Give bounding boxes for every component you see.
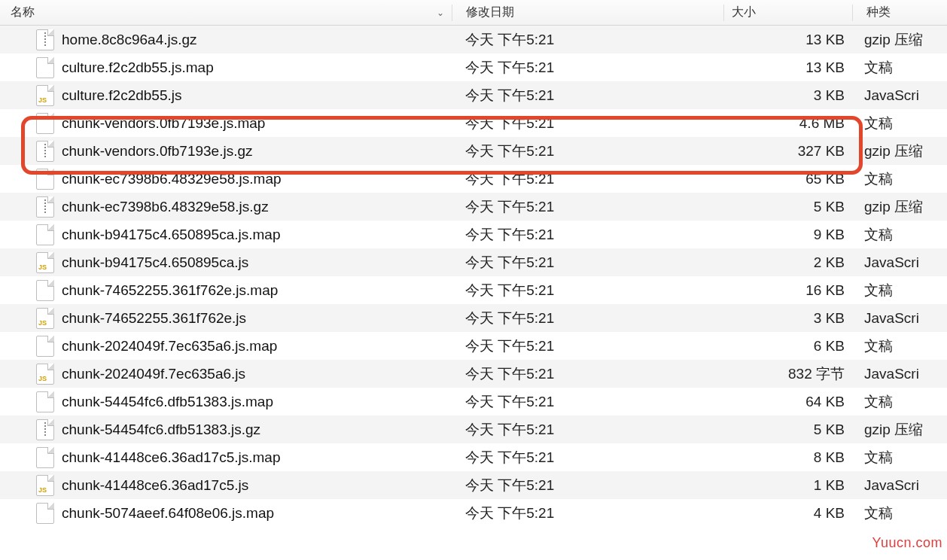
file-date-cell: 今天 下午5:21 (452, 58, 723, 78)
file-row[interactable]: chunk-b94175c4.650895ca.js今天 下午5:212 KBJ… (0, 248, 947, 276)
file-row[interactable]: chunk-54454fc6.dfb51383.js.gz今天 下午5:215 … (0, 415, 947, 443)
file-row[interactable]: chunk-74652255.361f762e.js今天 下午5:213 KBJ… (0, 304, 947, 332)
file-row[interactable]: chunk-2024049f.7ec635a6.js.map今天 下午5:216… (0, 332, 947, 360)
file-row[interactable]: chunk-41448ce6.36ad17c5.js今天 下午5:211 KBJ… (0, 471, 947, 499)
file-name-cell: culture.f2c2db55.js (0, 85, 452, 106)
column-header-name-label: 名称 (11, 5, 35, 20)
file-name-cell: chunk-2024049f.7ec635a6.js (0, 364, 452, 385)
file-name-label: chunk-vendors.0fb7193e.js.gz (62, 143, 253, 160)
file-name-cell: chunk-vendors.0fb7193e.js.map (0, 113, 452, 134)
watermark-text: Yuucn.com (872, 535, 942, 551)
file-size-cell: 3 KB (723, 310, 851, 327)
file-name-label: culture.f2c2db55.js (62, 87, 182, 104)
file-name-cell: chunk-41448ce6.36ad17c5.js (0, 475, 452, 496)
file-date-cell: 今天 下午5:21 (452, 309, 723, 328)
file-name-cell: chunk-2024049f.7ec635a6.js.map (0, 336, 452, 357)
file-name-cell: chunk-b94175c4.650895ca.js.map (0, 224, 452, 245)
file-kind-cell: gzip 压缩 (851, 142, 947, 161)
file-name-cell: chunk-5074aeef.64f08e06.js.map (0, 503, 452, 524)
file-date-cell: 今天 下午5:21 (452, 281, 723, 300)
file-kind-cell: 文稿 (851, 169, 947, 189)
file-name-cell: chunk-74652255.361f762e.js (0, 308, 452, 329)
file-kind-cell: JavaScri (851, 366, 947, 382)
file-name-label: chunk-74652255.361f762e.js (62, 310, 246, 327)
file-date-cell: 今天 下午5:21 (452, 142, 723, 161)
file-name-cell: chunk-54454fc6.dfb51383.js.map (0, 391, 452, 412)
document-file-icon (36, 280, 54, 301)
file-kind-cell: 文稿 (851, 281, 947, 300)
file-row[interactable]: culture.f2c2db55.js今天 下午5:213 KBJavaScri (0, 81, 947, 109)
file-kind-cell: JavaScri (851, 87, 947, 104)
file-date-cell: 今天 下午5:21 (452, 225, 723, 245)
file-name-label: chunk-54454fc6.dfb51383.js.map (62, 394, 273, 410)
column-header-name[interactable]: 名称 ⌄ (0, 5, 452, 20)
file-row[interactable]: chunk-5074aeef.64f08e06.js.map今天 下午5:214… (0, 499, 947, 527)
file-row[interactable]: chunk-54454fc6.dfb51383.js.map今天 下午5:216… (0, 388, 947, 415)
file-kind-cell: 文稿 (851, 336, 947, 356)
file-name-label: chunk-41448ce6.36ad17c5.js.map (62, 449, 280, 466)
file-row[interactable]: chunk-vendors.0fb7193e.js.map今天 下午5:214.… (0, 109, 947, 137)
file-size-cell: 4 KB (723, 505, 851, 522)
file-date-cell: 今天 下午5:21 (452, 197, 723, 217)
file-date-cell: 今天 下午5:21 (452, 114, 723, 133)
file-kind-cell: 文稿 (851, 448, 947, 467)
document-file-icon (36, 336, 54, 357)
file-name-label: home.8c8c96a4.js.gz (62, 32, 197, 48)
file-rows-container: home.8c8c96a4.js.gz今天 下午5:2113 KBgzip 压缩… (0, 26, 947, 527)
file-size-cell: 9 KB (723, 227, 851, 243)
file-name-label: chunk-54454fc6.dfb51383.js.gz (62, 422, 260, 438)
file-name-cell: chunk-74652255.361f762e.js.map (0, 280, 452, 301)
file-row[interactable]: chunk-b94175c4.650895ca.js.map今天 下午5:219… (0, 221, 947, 248)
file-kind-cell: 文稿 (851, 504, 947, 523)
js-file-icon (36, 475, 54, 496)
sort-indicator-icon: ⌄ (437, 8, 444, 18)
file-row[interactable]: chunk-ec7398b6.48329e58.js.map今天 下午5:216… (0, 165, 947, 193)
file-date-cell: 今天 下午5:21 (452, 86, 723, 105)
file-size-cell: 65 KB (723, 171, 851, 187)
file-name-cell: chunk-54454fc6.dfb51383.js.gz (0, 419, 452, 440)
file-row[interactable]: chunk-ec7398b6.48329e58.js.gz今天 下午5:215 … (0, 193, 947, 221)
column-header-kind[interactable]: 种类 (853, 5, 947, 20)
file-date-cell: 今天 下午5:21 (452, 504, 723, 523)
file-row[interactable]: chunk-74652255.361f762e.js.map今天 下午5:211… (0, 276, 947, 304)
file-row[interactable]: chunk-41448ce6.36ad17c5.js.map今天 下午5:218… (0, 443, 947, 471)
column-header-date-label: 修改日期 (466, 5, 514, 18)
file-row[interactable]: home.8c8c96a4.js.gz今天 下午5:2113 KBgzip 压缩 (0, 26, 947, 53)
js-file-icon (36, 364, 54, 385)
document-file-icon (36, 503, 54, 524)
file-size-cell: 16 KB (723, 282, 851, 299)
file-name-label: chunk-b94175c4.650895ca.js.map (62, 227, 280, 243)
file-row[interactable]: chunk-vendors.0fb7193e.js.gz今天 下午5:21327… (0, 137, 947, 165)
file-row[interactable]: culture.f2c2db55.js.map今天 下午5:2113 KB文稿 (0, 53, 947, 81)
file-size-cell: 5 KB (723, 199, 851, 215)
file-size-cell: 3 KB (723, 87, 851, 104)
file-kind-cell: gzip 压缩 (851, 197, 947, 217)
file-size-cell: 4.6 MB (723, 115, 851, 132)
file-date-cell: 今天 下午5:21 (452, 392, 723, 412)
file-name-label: chunk-74652255.361f762e.js.map (62, 282, 278, 299)
file-name-cell: chunk-vendors.0fb7193e.js.gz (0, 141, 452, 162)
js-file-icon (36, 308, 54, 329)
column-header-size[interactable]: 大小 (724, 5, 852, 20)
file-kind-cell: 文稿 (851, 392, 947, 412)
file-kind-cell: 文稿 (851, 114, 947, 133)
file-name-cell: chunk-ec7398b6.48329e58.js.map (0, 169, 452, 190)
file-list-window: 名称 ⌄ 修改日期 大小 种类 home.8c8c96a4.js.gz今天 下午… (0, 0, 947, 560)
document-file-icon (36, 224, 54, 245)
file-kind-cell: 文稿 (851, 225, 947, 245)
file-date-cell: 今天 下午5:21 (452, 169, 723, 189)
document-file-icon (36, 447, 54, 468)
file-kind-cell: 文稿 (851, 58, 947, 78)
column-header-date[interactable]: 修改日期 (452, 5, 723, 20)
file-kind-cell: gzip 压缩 (851, 30, 947, 50)
column-header-size-label: 大小 (732, 5, 756, 18)
js-file-icon (36, 252, 54, 273)
file-row[interactable]: chunk-2024049f.7ec635a6.js今天 下午5:21832 字… (0, 360, 947, 388)
document-file-icon (36, 113, 54, 134)
file-name-cell: chunk-ec7398b6.48329e58.js.gz (0, 196, 452, 218)
gzip-file-icon (36, 419, 54, 440)
file-date-cell: 今天 下午5:21 (452, 253, 723, 272)
file-date-cell: 今天 下午5:21 (452, 336, 723, 356)
file-size-cell: 8 KB (723, 449, 851, 466)
file-size-cell: 2 KB (723, 254, 851, 271)
